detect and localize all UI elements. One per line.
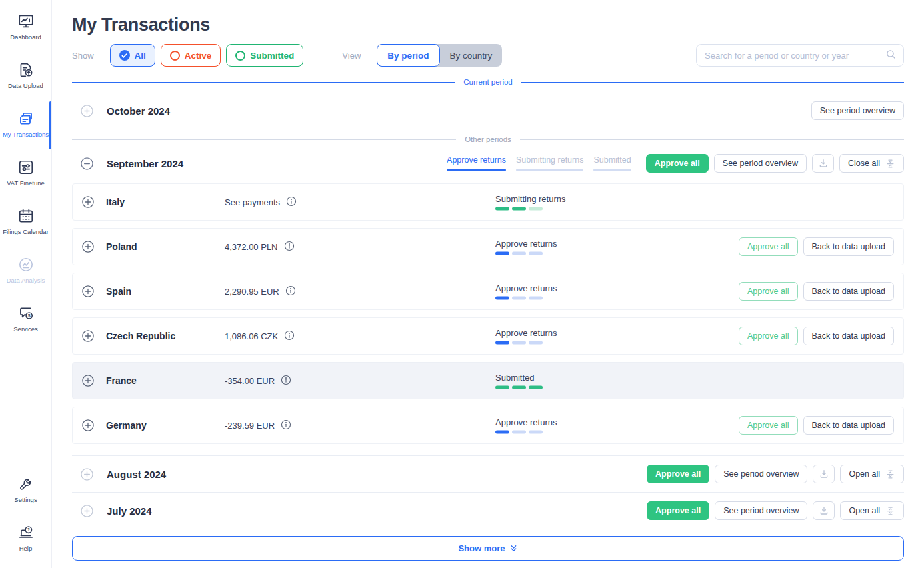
approve-all-button[interactable]: Approve all [739, 237, 798, 256]
period-actions: Approve all See period overview Open all [647, 501, 904, 520]
info-icon[interactable] [284, 241, 295, 253]
expand-plus-icon[interactable] [81, 468, 93, 481]
approve-all-button[interactable]: Approve all [647, 465, 709, 483]
amount-group: 4,372.00 PLN [225, 241, 295, 253]
status-group: Approve returns [495, 417, 557, 434]
collapse-minus-icon[interactable] [81, 157, 93, 170]
sidebar-item-data-upload[interactable]: Data Upload [0, 57, 51, 105]
double-chevron-down-icon [509, 544, 518, 553]
filter-all-chip[interactable]: All [110, 44, 155, 67]
back-to-data-upload-button[interactable]: Back to data upload [803, 416, 895, 435]
status-tabs: Approve returns Submitting returns Submi… [447, 155, 631, 171]
sidebar-item-services[interactable]: $ Services [0, 300, 51, 349]
period-block-september: September 2024 Approve returns Submittin… [72, 143, 904, 444]
open-all-button[interactable]: Open all [840, 465, 904, 483]
expand-plus-icon[interactable] [82, 196, 94, 208]
data-analysis-icon [17, 256, 35, 273]
see-period-overview-button[interactable]: See period overview [715, 465, 807, 483]
sidebar-item-dashboard[interactable]: Dashboard [0, 8, 51, 57]
open-all-button[interactable]: Open all [840, 501, 904, 520]
sidebar-item-data-analysis: Data Analysis [0, 251, 51, 300]
row-actions: Approve all Back to data upload [739, 416, 894, 435]
circle-icon [235, 51, 245, 61]
sidebar-item-my-transactions[interactable]: My Transactions [0, 105, 51, 154]
other-periods-divider: Other periods [72, 135, 904, 143]
period-name: September 2024 [107, 158, 183, 169]
status-label: Approve returns [495, 328, 557, 338]
search-icon [885, 49, 897, 63]
download-button[interactable] [813, 501, 835, 520]
info-icon[interactable] [281, 375, 291, 387]
view-toggle: By period By country [377, 44, 502, 67]
info-icon[interactable] [285, 285, 296, 298]
download-button[interactable] [812, 154, 834, 173]
sidebar-item-vat-finetune[interactable]: VAT Finetune [0, 154, 51, 203]
transactions-icon [17, 110, 35, 127]
sidebar-item-settings[interactable]: Settings [0, 471, 51, 519]
sidebar-item-label: Data Upload [1, 82, 51, 89]
page-title: My Transactions [72, 15, 904, 35]
filter-submitted-chip[interactable]: Submitted [226, 44, 303, 67]
expand-plus-icon[interactable] [81, 505, 93, 517]
view-by-period-button[interactable]: By period [377, 44, 439, 67]
country-name: Italy [106, 197, 225, 207]
progress-bar [495, 297, 557, 300]
app-window: Dashboard Data Upload [0, 0, 924, 568]
expand-plus-icon[interactable] [82, 375, 94, 387]
tab-submitting-returns[interactable]: Submitting returns [516, 155, 583, 171]
view-by-country-button[interactable]: By country [440, 44, 503, 67]
sidebar-item-label: Filings Calendar [1, 228, 51, 235]
info-icon[interactable] [284, 330, 295, 343]
search-input[interactable] [705, 51, 885, 61]
check-icon [119, 50, 130, 61]
download-button[interactable] [813, 465, 835, 483]
sidebar-item-filings-calendar[interactable]: Filings Calendar [0, 203, 51, 251]
progress-bar [495, 252, 557, 255]
see-period-overview-button[interactable]: See period overview [715, 501, 807, 520]
status-group: Approve returns [495, 239, 557, 255]
progress-bar [495, 341, 557, 345]
circle-icon [170, 51, 180, 61]
status-group: Approve returns [495, 283, 557, 300]
sidebar-item-label: Dashboard [1, 33, 51, 41]
country-name: Germany [106, 420, 225, 431]
tab-approve-returns[interactable]: Approve returns [447, 155, 506, 171]
see-period-overview-button[interactable]: See period overview [714, 154, 807, 173]
back-to-data-upload-button[interactable]: Back to data upload [803, 327, 895, 345]
country-row-france: France -354.00 EUR Submitted [72, 362, 904, 399]
approve-all-button[interactable]: Approve all [647, 501, 709, 520]
see-payments-link[interactable]: See payments [225, 197, 280, 207]
filter-active-chip[interactable]: Active [161, 44, 221, 67]
amount-group: -239.59 EUR [225, 419, 291, 432]
show-more-button[interactable]: Show more [72, 536, 904, 561]
data-upload-icon [17, 61, 35, 79]
expand-plus-icon[interactable] [81, 105, 93, 117]
period-name: July 2024 [107, 505, 152, 517]
period-actions: Approve all See period overview Open all [647, 465, 904, 483]
period-row-july: July 2024 Approve all See period overvie… [72, 492, 904, 529]
approve-all-button[interactable]: Approve all [739, 416, 798, 435]
tab-submitted[interactable]: Submitted [593, 155, 631, 171]
see-period-overview-button[interactable]: See period overview [811, 101, 904, 120]
show-label: Show [72, 51, 94, 61]
info-icon[interactable] [281, 419, 291, 432]
approve-all-button[interactable]: Approve all [739, 282, 798, 301]
filter-active-label: Active [185, 51, 212, 61]
info-icon[interactable] [286, 196, 297, 209]
collapse-all-icon [885, 159, 895, 169]
approve-all-button[interactable]: Approve all [646, 154, 709, 173]
expand-plus-icon[interactable] [82, 330, 94, 342]
sidebar-item-help[interactable]: ? Help [0, 519, 51, 568]
expand-plus-icon[interactable] [82, 241, 94, 253]
approve-all-button[interactable]: Approve all [739, 327, 798, 345]
amount-value: -354.00 EUR [225, 376, 275, 386]
back-to-data-upload-button[interactable]: Back to data upload [803, 282, 895, 301]
expand-plus-icon[interactable] [82, 419, 94, 431]
country-name: Spain [106, 286, 225, 297]
amount-group: 2,290.95 EUR [225, 285, 296, 298]
expand-plus-icon[interactable] [82, 285, 94, 297]
back-to-data-upload-button[interactable]: Back to data upload [803, 237, 895, 256]
close-all-button[interactable]: Close all [839, 154, 904, 173]
country-row-poland: Poland 4,372.00 PLN Approve returns Appr… [72, 228, 904, 265]
progress-bar [495, 431, 557, 434]
